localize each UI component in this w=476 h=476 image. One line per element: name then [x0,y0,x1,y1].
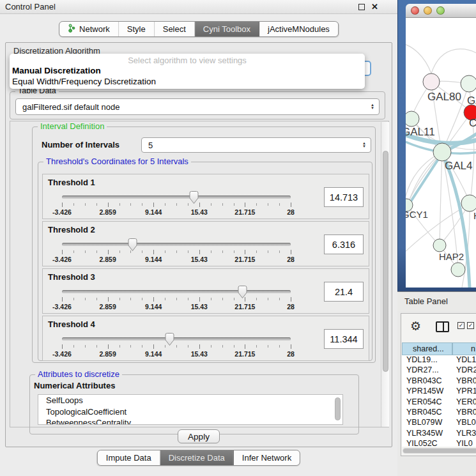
list-scrollbar-thumb[interactable] [335,397,341,420]
threshold-panel: Threshold 1-3.4262.8599.14415.4321.71528… [42,174,369,219]
attribute-list-item[interactable]: TopologicalCoefficient [38,406,342,418]
slider-tick [153,297,154,302]
slider-tick [245,344,245,349]
slider-tick [222,298,223,300]
slider-tick [245,250,245,254]
bottom-tab-impute-data[interactable]: Impute Data [98,450,160,465]
slider-tick [73,345,74,348]
spinner-icon: ▲▼ [371,104,374,110]
threshold-value-field[interactable]: 14.713 [324,187,364,207]
slider-track[interactable] [62,337,291,341]
table-row[interactable]: YIL052CYIL0 [402,439,476,447]
slider-tick [211,203,211,206]
settings-scrollbar-thumb[interactable] [383,151,388,372]
table-row[interactable]: YBL079WYBL0 [402,418,476,428]
network-edge[interactable] [440,152,442,245]
slider-tick [268,250,268,253]
tab-label: Select [163,24,186,34]
attribute-list-item[interactable]: BetweennessCentrality [38,417,342,425]
gear-icon[interactable]: ⚙ [410,319,421,334]
network-node-ga[interactable] [461,75,476,92]
network-node-label: GAL80 [427,91,461,103]
slider-tick [62,250,63,254]
threshold-value-field[interactable]: 21.4 [324,282,364,302]
tab-style[interactable]: Style [119,22,155,36]
algorithm-dropdown-popup: Select algorithm to view settings Manual… [10,54,365,89]
network-node-gal80[interactable] [423,73,440,90]
table-row[interactable]: YLR345WYLR3 [402,429,476,439]
tab-jactivemnodules[interactable]: jActiveMNodules [259,22,338,36]
bottom-tab-discretize-data[interactable]: Discretize Data [160,450,234,465]
table-row[interactable]: YBR045CYBR0 [402,408,476,418]
slider-tick-label: -3.426 [42,256,82,263]
slider-handle[interactable] [188,190,199,204]
network-node[interactable] [451,263,465,277]
table-hscrollbar-thumb[interactable] [403,449,476,453]
network-graph[interactable]: GAL80GACGAL11GAL4GCY1HHAP2 [406,18,476,288]
table-row[interactable]: YBR043CYBR0 [402,376,476,387]
network-edge[interactable] [431,49,476,73]
table-row[interactable]: YDR27...YDR2 [402,365,476,376]
slider-handle[interactable] [237,285,248,299]
table-column-header[interactable]: shared... [402,342,452,355]
network-node-hap2[interactable] [433,239,446,252]
tab-cyni-toolbox[interactable]: Cyni Toolbox [195,22,259,36]
checkbox-checked-icon[interactable]: ✓ [457,322,464,329]
table-data-combobox[interactable]: galFiltered.sif default node ▲▼ [15,98,380,115]
network-canvas[interactable]: GAL80GACGAL11GAL4GCY1HHAP2 [406,18,476,288]
spinner-icon: ▲▼ [362,142,366,148]
columns-icon[interactable] [436,321,449,332]
slider-handle[interactable] [164,332,175,346]
number-of-intervals-combobox[interactable]: 5 ▲▼ [141,137,371,153]
slider-tick [153,344,154,349]
network-window-titlebar[interactable] [406,4,476,18]
table-row[interactable]: YPR145WYPR1 [402,387,476,397]
close-icon[interactable]: ✕ [371,2,378,12]
slider-tick-label: 2.859 [88,303,128,311]
threshold-value-field[interactable]: 6.316 [324,234,364,254]
bottom-tab-infer-network[interactable]: Infer Network [234,450,300,465]
cyni-bottom-tab-bar: Impute DataDiscretize DataInfer Network [97,450,300,466]
network-edge[interactable] [406,152,442,288]
network-node-gal11[interactable] [406,111,419,127]
float-window-icon[interactable] [358,4,365,10]
apply-button[interactable]: Apply [178,429,220,443]
tab-network[interactable]: Network [59,22,119,36]
algorithm-option[interactable]: Equal Width/Frequency Discretization [12,77,156,86]
algorithm-option[interactable]: Manual Discretization [12,66,101,75]
traffic-minimize-icon[interactable] [424,6,432,15]
slider-track[interactable] [62,243,291,246]
cell-name: YBR0 [452,408,476,418]
tab-select[interactable]: Select [155,22,195,36]
table-column-header[interactable]: n [452,342,476,355]
slider-track[interactable] [62,290,291,293]
slider-tick [222,203,223,206]
table-row[interactable]: YDL19...YDL1 [402,355,476,365]
traffic-close-icon[interactable] [411,6,419,15]
slider-track[interactable] [62,196,291,199]
attributes-listbox[interactable]: SelfLoopsTopologicalCoefficientBetweenne… [38,394,343,425]
table-row[interactable]: YER054CYER0 [402,397,476,408]
table-rows: YDL19...YDL1YDR27...YDR2YBR043CYBR0YPR14… [402,355,476,447]
slider-tick [73,298,74,300]
cyni-toolbox-panel: Discretization Algorithm Select algorith… [5,42,392,447]
table-horizontal-scrollbar[interactable] [403,448,476,454]
slider-tick [279,203,280,206]
traffic-zoom-icon[interactable] [436,6,445,15]
settings-vertical-scrollbar[interactable] [381,122,389,427]
network-node-h[interactable] [461,195,476,211]
slider-tick [108,344,109,349]
network-node-gal4[interactable] [433,143,451,161]
slider-tick [211,250,211,253]
bottom-tab-label: Impute Data [106,453,151,463]
threshold-panel: Threshold 3-3.4262.8599.14415.4321.71528… [42,268,369,314]
control-panel-titlebar: Control Panel ✕ [0,0,397,14]
slider-tick [256,203,257,206]
attribute-list-item[interactable]: SelfLoops [38,395,342,406]
slider-handle[interactable] [127,238,138,252]
threshold-value-field[interactable]: 11.344 [324,329,364,349]
slider-tick-label: 15.43 [179,208,220,216]
slider-tick-label: -3.426 [42,208,82,216]
checkbox-checked-icon[interactable]: ✓ [467,322,474,329]
network-edge[interactable] [406,43,431,73]
